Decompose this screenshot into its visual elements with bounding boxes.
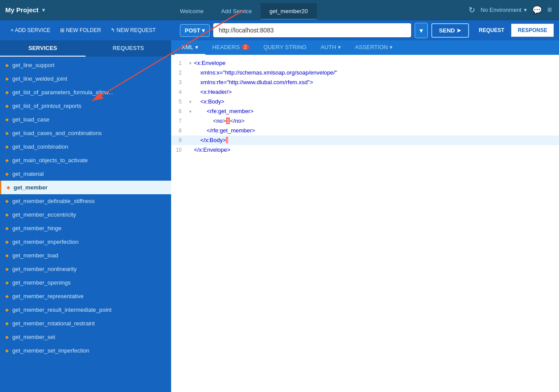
- content-tab-headers[interactable]: HEADERS 2: [205, 40, 256, 55]
- sidebar: SERVICES REQUESTS ◆get_line_support◆get_…: [0, 40, 171, 392]
- chat-icon[interactable]: 💬: [532, 5, 542, 15]
- diamond-icon: ◆: [5, 131, 9, 135]
- diamond-icon: ◆: [5, 294, 9, 299]
- sidebar-item-get_line_support[interactable]: ◆get_line_support: [0, 58, 171, 72]
- xml-line: 4 <x:Header/>: [171, 87, 559, 97]
- content-tab-assertion[interactable]: ASSERTION ▾: [348, 40, 400, 55]
- sidebar-item-get_member_rotational_restraint[interactable]: ◆get_member_rotational_restraint: [0, 317, 171, 330]
- sidebar-item-get_line_welded_joint[interactable]: ◆get_line_welded_joint: [0, 72, 171, 86]
- item-label: get_list_of_parameters_formula_allow...: [12, 89, 113, 96]
- environment-selector[interactable]: No Environment ▾: [480, 7, 527, 13]
- response-button[interactable]: RESPONSE: [511, 24, 554, 37]
- content-tab-query-string[interactable]: QUERY STRING: [256, 40, 313, 55]
- sidebar-item-get_member_hinge[interactable]: ◆get_member_hinge: [0, 221, 171, 235]
- item-label: get_member_set_imperfection: [12, 347, 90, 354]
- menu-icon[interactable]: ≡: [547, 5, 552, 14]
- line-content[interactable]: <x:Body>: [194, 97, 559, 107]
- line-content[interactable]: <no>1</no>: [194, 116, 559, 126]
- item-label: get_member_nonlinearity: [12, 266, 77, 272]
- xml-line: 3 xmlns:rfe="http://www.dlubal.com/rfem.…: [171, 78, 559, 87]
- sidebar-item-get_member_load[interactable]: ◆get_member_load: [0, 249, 171, 262]
- line-number: 8: [171, 126, 187, 135]
- xml-line: 9 </x:Body>|: [171, 135, 559, 145]
- line-number: 9: [171, 135, 187, 145]
- sidebar-item-get_load_case[interactable]: ◆get_load_case: [0, 113, 171, 126]
- new-request-button[interactable]: ↰ NEW REQUEST: [107, 25, 159, 35]
- diamond-icon: ◆: [5, 158, 9, 163]
- line-content[interactable]: </rfe:get_member>: [194, 126, 559, 135]
- sidebar-tab-services[interactable]: SERVICES: [0, 40, 86, 57]
- item-label: get_line_welded_joint: [12, 75, 67, 82]
- xml-line: 5▾ <x:Body>: [171, 97, 559, 107]
- method-select[interactable]: POST ▾: [180, 24, 210, 37]
- item-label: get_member_representative: [12, 293, 84, 299]
- diamond-icon: ◆: [5, 144, 9, 149]
- sidebar-item-get_load_cases_and_combinations[interactable]: ◆get_load_cases_and_combinations: [0, 126, 171, 140]
- refresh-icon[interactable]: ↻: [469, 5, 475, 15]
- line-content[interactable]: <rfe:get_member>: [194, 107, 559, 116]
- sidebar-item-get_member_representative[interactable]: ◆get_member_representative: [0, 289, 171, 303]
- sidebar-item-get_load_combination[interactable]: ◆get_load_combination: [0, 140, 171, 153]
- url-dropdown-btn[interactable]: ▾: [415, 23, 428, 38]
- tab-add-service[interactable]: Add Service: [212, 3, 261, 20]
- sidebar-item-get_member_eccentricity[interactable]: ◆get_member_eccentricity: [0, 208, 171, 221]
- xml-line: 6▾ <rfe:get_member>: [171, 107, 559, 116]
- diamond-icon: ◆: [5, 103, 9, 108]
- env-dropdown-icon[interactable]: ▾: [524, 7, 527, 13]
- xml-line: 10</x:Envelope>: [171, 145, 559, 155]
- sidebar-tabs: SERVICES REQUESTS: [0, 40, 171, 57]
- line-content[interactable]: </x:Body>|: [194, 135, 559, 145]
- line-content[interactable]: </x:Envelope>: [194, 145, 559, 155]
- request-button[interactable]: REQUEST: [473, 24, 510, 37]
- method-dropdown-icon[interactable]: ▾: [202, 27, 205, 34]
- tab-get-member20[interactable]: get_member20: [261, 3, 316, 20]
- sidebar-tab-requests[interactable]: REQUESTS: [86, 40, 171, 57]
- sidebar-item-get_member_set[interactable]: ◆get_member_set: [0, 330, 171, 344]
- line-content[interactable]: xmlns:x="http://schemas.xmlsoap.org/soap…: [194, 68, 559, 78]
- content-tab-xml[interactable]: XML ▾: [175, 40, 205, 55]
- diamond-icon: ◆: [5, 321, 9, 326]
- sidebar-item-get_list_of_parameters_formula_allow[interactable]: ◆get_list_of_parameters_formula_allow...: [0, 86, 171, 99]
- new-folder-button[interactable]: ⊞ NEW FOLDER: [57, 25, 104, 35]
- sidebar-item-get_material[interactable]: ◆get_material: [0, 167, 171, 181]
- tab-welcome[interactable]: Welcome: [171, 3, 212, 20]
- send-button[interactable]: SEND ➤: [431, 23, 469, 38]
- project-dropdown-icon[interactable]: ▾: [42, 7, 45, 13]
- sidebar-item-get_member_imperfection[interactable]: ◆get_member_imperfection: [0, 235, 171, 249]
- item-label: get_load_combination: [12, 143, 68, 150]
- tabs-area: Welcome Add Service get_member20: [171, 0, 462, 20]
- item-label: get_member_definable_stiffness: [12, 198, 95, 204]
- line-number: 7: [171, 116, 187, 126]
- sidebar-item-get_member_nonlinearity[interactable]: ◆get_member_nonlinearity: [0, 262, 171, 276]
- sidebar-item-get_list_of_printout_reports[interactable]: ◆get_list_of_printout_reports: [0, 99, 171, 113]
- line-content[interactable]: xmlns:rfe="http://www.dlubal.com/rfem.xs…: [194, 78, 559, 87]
- sidebar-item-get_member_set_imperfection[interactable]: ◆get_member_set_imperfection: [0, 344, 171, 357]
- sidebar-item-get_member_result_intermediate_point[interactable]: ◆get_member_result_intermediate_point: [0, 303, 171, 317]
- sidebar-item-get_member_openings[interactable]: ◆get_member_openings: [0, 276, 171, 289]
- diamond-icon: ◆: [5, 117, 9, 122]
- url-input[interactable]: [213, 23, 411, 37]
- add-service-button[interactable]: + ADD SERVICE: [7, 25, 54, 35]
- diamond-icon: ◆: [5, 226, 9, 231]
- content-tabs: XML ▾ HEADERS 2 QUERY STRING AUTH ▾ ASSE…: [171, 40, 559, 55]
- project-title-area[interactable]: My Project ▾: [0, 6, 171, 14]
- diamond-icon: ◆: [5, 335, 9, 339]
- sidebar-item-get_member[interactable]: ◆get_member: [0, 181, 171, 194]
- sidebar-item-get_member_definable_stiffness[interactable]: ◆get_member_definable_stiffness: [0, 194, 171, 208]
- method-label: POST: [185, 27, 200, 34]
- item-label: get_member: [14, 184, 47, 191]
- req-resp-buttons: REQUEST RESPONSE: [473, 24, 554, 37]
- line-number: 3: [171, 78, 187, 87]
- item-label: get_load_case: [12, 116, 50, 123]
- line-content[interactable]: <x:Envelope: [194, 58, 559, 68]
- diamond-icon: ◆: [5, 212, 9, 217]
- sidebar-item-get_main_objects_to_activate[interactable]: ◆get_main_objects_to_activate: [0, 153, 171, 167]
- line-number: 5: [171, 97, 187, 107]
- diamond-icon: ◆: [5, 199, 9, 203]
- item-label: get_member_result_intermediate_point: [12, 306, 111, 313]
- content-tab-auth[interactable]: AUTH ▾: [314, 40, 348, 55]
- line-number: 1: [171, 58, 187, 68]
- diamond-icon: ◆: [5, 90, 9, 95]
- xml-editor[interactable]: 1▾<x:Envelope2 xmlns:x="http://schemas.x…: [171, 55, 559, 392]
- line-content[interactable]: <x:Header/>: [194, 87, 559, 97]
